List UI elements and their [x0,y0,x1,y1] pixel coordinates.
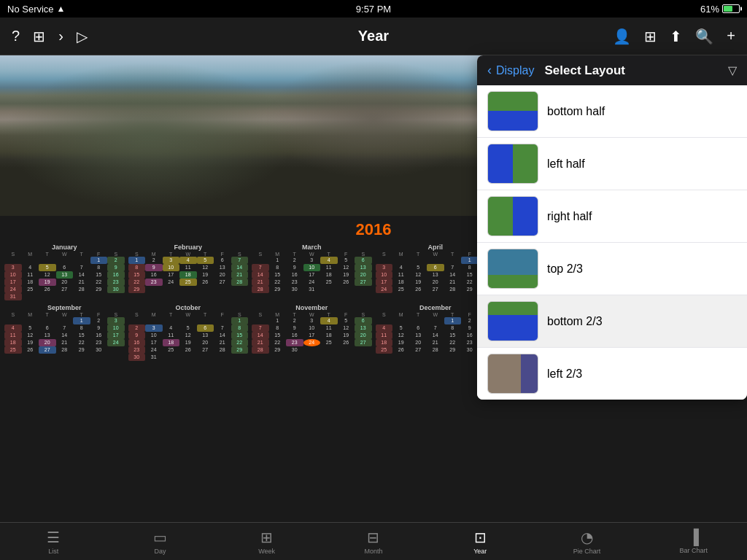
month-october: October SMTWTFS 1 2345678 9101112131415 … [127,303,250,362]
day-tab-icon: ▭ [153,529,167,546]
layout-thumb-bottom-23 [487,301,538,341]
layout-thumb-right-half [487,196,538,236]
layout-option-bottom-23[interactable]: bottom 2/3 [477,295,747,348]
day-tab-label: Day [154,548,166,555]
layout-label-left-half: left half [547,158,585,171]
nav-left-buttons: ? ⊞ › ▷ [12,28,88,45]
pie-chart-tab-icon: ◔ [581,529,593,546]
month-tab-icon: ⊟ [367,529,379,546]
month-november: November SMTWTFS 123456 78910111213 1415… [250,303,374,362]
search-icon[interactable]: 🔍 [695,28,713,45]
carrier-label: No Service [7,4,54,15]
nav-bar: ? ⊞ › ▷ Year 👤 ⊞ ⬆ 🔍 + [0,18,747,55]
tab-day[interactable]: ▭ Day [107,529,213,555]
add-icon[interactable]: + [727,28,735,44]
month-march: March SMTWTFS 123456 78910111213 1415161… [250,242,374,302]
list-tab-label: List [48,548,58,555]
month-february: February SMTWTFS 1234567 891011121314 15… [127,242,250,302]
week-tab-label: Week [258,548,275,555]
pie-chart-tab-label: Pie Chart [573,548,601,555]
tab-bar-chart[interactable]: ▐ Bar Chart [640,529,747,554]
year-tab-icon: ⊡ [474,529,487,546]
battery-pct-label: 61% [700,4,719,15]
battery-icon [722,4,740,13]
layout-thumb-left-23 [487,354,538,394]
person-icon[interactable]: 👤 [613,28,631,45]
dropdown-title: Select Layout [544,63,625,78]
layout-option-bottom-half[interactable]: bottom half [477,85,747,138]
grid-icon[interactable]: ⊞ [33,28,45,45]
layout-option-top-23[interactable]: top 2/3 [477,243,747,295]
bar-chart-tab-icon: ▐ [689,529,699,545]
tab-bar: ☰ List ▭ Day ⊞ Week ⊟ Month ⊡ Year ◔ Pie… [0,522,747,560]
status-time: 9:57 PM [356,4,391,15]
tab-month[interactable]: ⊟ Month [320,529,427,555]
wifi-icon: ▲ [57,4,66,14]
list-tab-icon: ☰ [47,529,60,546]
layout-option-left-half[interactable]: left half [477,138,747,190]
tab-pie-chart[interactable]: ◔ Pie Chart [533,529,640,555]
tab-year[interactable]: ⊡ Year [427,529,533,555]
tab-list[interactable]: ☰ List [0,529,107,555]
back-arrow-icon[interactable]: ‹ [487,63,492,78]
play-icon[interactable]: ▷ [77,28,88,45]
layout-thumb-top-23 [487,249,538,289]
help-icon[interactable]: ? [12,28,20,44]
status-bar: No Service ▲ 9:57 PM 61% [0,0,747,18]
layout-option-left-23[interactable]: left 2/3 [477,348,747,400]
layout-label-bottom-half: bottom half [547,105,605,118]
month-tab-label: Month [364,548,382,555]
month-september: September SMTWTFS 123 45678910 111213141… [3,303,126,362]
layout-label-right-half: right half [547,210,592,223]
nav-right-buttons: 👤 ⊞ ⬆ 🔍 + [613,28,735,45]
week-tab-icon: ⊞ [260,529,273,546]
month-january: January SMTWTFS 12 3456789 1011121314151… [3,242,126,302]
calendar-grid-icon[interactable]: ⊞ [644,28,657,45]
nav-title: Year [358,28,389,44]
layout-option-right-half[interactable]: right half [477,190,747,243]
select-layout-panel: ‹ Display Select Layout ▽ bottom half le… [477,55,747,400]
dropdown-header: ‹ Display Select Layout ▽ [477,55,747,85]
layout-label-bottom-23: bottom 2/3 [547,315,603,328]
forward-icon[interactable]: › [58,28,63,44]
status-left: No Service ▲ [7,4,65,15]
back-button[interactable]: Display [496,64,534,77]
year-tab-label: Year [473,548,487,555]
layout-label-left-23: left 2/3 [547,368,582,381]
status-right: 61% [700,4,740,15]
share-icon[interactable]: ⬆ [670,28,682,45]
layout-thumb-bottom-half [487,91,538,131]
bar-chart-tab-label: Bar Chart [680,547,708,554]
filter-icon[interactable]: ▽ [728,63,737,77]
layout-label-top-23: top 2/3 [547,262,583,276]
layout-thumb-left-half [487,144,538,184]
tab-week[interactable]: ⊞ Week [214,529,320,555]
